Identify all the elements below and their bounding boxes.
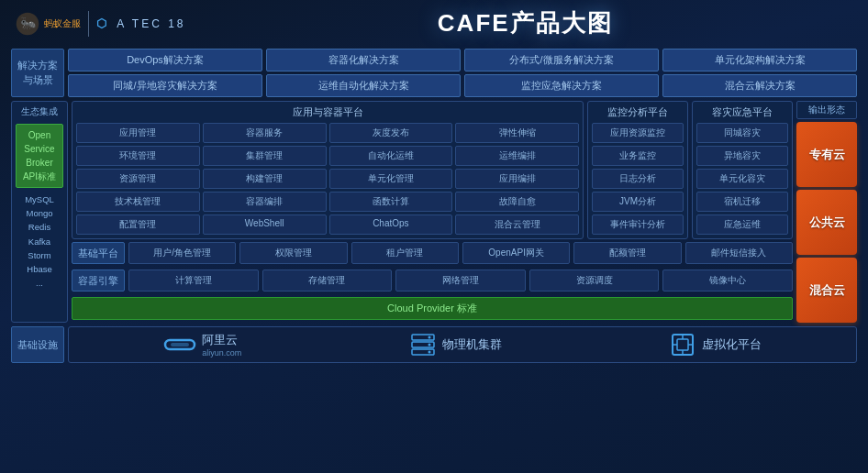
cell-ops-arrange[interactable]: 运维编排 [455, 146, 579, 166]
middle-area: 应用与容器平台 应用管理 容器服务 灰度发布 弹性伸缩 环境管理 集群管理 自动… [72, 101, 793, 323]
monitor-platform: 监控分析平台 应用资源监控 业务监控 日志分析 JVM分析 事件审计分析 [587, 101, 688, 239]
infra-virtual: 虚拟化平台 [669, 331, 762, 358]
solution-disaster[interactable]: 同城/异地容灾解决方案 [68, 74, 262, 97]
cell-auto-ops[interactable]: 自动化运维 [329, 146, 453, 166]
cell-function[interactable]: 函数计算 [329, 192, 453, 212]
ecosystem-title: 生态集成 [16, 105, 63, 118]
base-platform-label: 基础平台 [72, 242, 125, 264]
cell-resource-manage[interactable]: 资源管理 [76, 169, 200, 189]
infra-physical: 物理机集群 [409, 331, 502, 358]
db-storm: Storm [16, 248, 63, 262]
base-platform-row: 基础平台 用户/角色管理 权限管理 租户管理 OpenAPI网关 配额管理 邮件… [72, 242, 793, 264]
container-engine-items: 计算管理 存储管理 网络管理 资源调度 镜像中心 [128, 270, 793, 292]
open-service-line4: API标准 [18, 170, 61, 183]
logo-area: 🐜 蚂蚁金服 ⬡ A TEC 18 [15, 11, 185, 37]
output-hybrid-cloud[interactable]: 混合云 [796, 258, 857, 323]
db-mongo: Mongo [16, 206, 63, 220]
disaster-emergency[interactable]: 应急运维 [696, 214, 788, 235]
solution-hybrid[interactable]: 混合云解决方案 [662, 74, 857, 97]
base-platform-items: 用户/角色管理 权限管理 租户管理 OpenAPI网关 配额管理 邮件短信接入 [128, 242, 793, 264]
base-openapi[interactable]: OpenAPI网关 [462, 242, 570, 264]
solution-ops[interactable]: 运维自动化解决方案 [266, 74, 461, 97]
base-quota[interactable]: 配额管理 [573, 242, 681, 264]
monitor-app[interactable]: 应用资源监控 [592, 123, 684, 143]
cell-config-manage[interactable]: 配置管理 [76, 214, 200, 235]
cell-fault-recovery[interactable]: 故障自愈 [455, 192, 579, 212]
solution-microservice[interactable]: 分布式/微服务解决方案 [464, 49, 659, 72]
cell-build-manage[interactable]: 构建管理 [203, 169, 327, 189]
platform-section: 生态集成 Open Service Broker API标准 MySQL Mon… [11, 101, 857, 323]
db-kafka: Kafka [16, 235, 63, 248]
solution-unit[interactable]: 单元化架构解决方案 [662, 49, 857, 72]
container-network[interactable]: 网络管理 [395, 270, 526, 292]
monitor-jvm[interactable]: JVM分析 [592, 192, 684, 212]
db-redis: Redis [16, 220, 63, 234]
monitor-title: 监控分析平台 [592, 105, 684, 119]
cell-hybrid-manage[interactable]: 混合云管理 [455, 214, 579, 235]
monitor-log[interactable]: 日志分析 [592, 169, 684, 189]
svg-rect-11 [677, 339, 688, 350]
cell-container-svc[interactable]: 容器服务 [203, 123, 327, 143]
cell-app-arrange[interactable]: 应用编排 [455, 169, 579, 189]
container-storage[interactable]: 存储管理 [262, 270, 393, 292]
cell-tech-stack[interactable]: 技术栈管理 [76, 192, 200, 212]
logo-divider [88, 11, 89, 37]
container-schedule[interactable]: 资源调度 [529, 270, 660, 292]
infra-label: 基础设施 [11, 326, 64, 363]
output-private-cloud[interactable]: 专有云 [796, 122, 857, 187]
cell-chatops[interactable]: ChatOps [329, 214, 453, 235]
output-buttons: 专有云 公共云 混合云 [796, 122, 857, 323]
cell-app-manage[interactable]: 应用管理 [76, 123, 200, 143]
cell-env-manage[interactable]: 环境管理 [76, 146, 200, 166]
container-registry[interactable]: 镜像中心 [662, 270, 793, 292]
svg-point-9 [428, 351, 430, 354]
cell-cluster-manage[interactable]: 集群管理 [203, 146, 327, 166]
svg-text:🐜: 🐜 [20, 16, 37, 31]
solution-devops[interactable]: DevOps解决方案 [68, 49, 262, 72]
virtual-icon [669, 331, 696, 358]
container-engine-row: 容器引擎 计算管理 存储管理 网络管理 资源调度 镜像中心 [72, 270, 793, 292]
cell-elastic[interactable]: 弹性伸缩 [455, 123, 579, 143]
monitor-event[interactable]: 事件审计分析 [592, 214, 684, 235]
output-public-cloud[interactable]: 公共云 [796, 190, 857, 255]
physical-label: 物理机集群 [442, 336, 502, 353]
cell-container-arrange[interactable]: 容器编排 [203, 192, 327, 212]
monitor-biz[interactable]: 业务监控 [592, 146, 684, 166]
base-sms[interactable]: 邮件短信接入 [685, 242, 793, 264]
main-content: 解决方案与场景 DevOps解决方案 容器化解决方案 分布式/微服务解决方案 单… [0, 47, 868, 367]
cloud-provider-bar: Cloud Provider 标准 [72, 297, 793, 320]
base-user-role[interactable]: 用户/角色管理 [128, 242, 236, 264]
solution-row: 解决方案与场景 DevOps解决方案 容器化解决方案 分布式/微服务解决方案 单… [11, 49, 857, 97]
cell-gray-release[interactable]: 灰度发布 [329, 123, 453, 143]
atec-logo: ⬡ A TEC 18 [96, 16, 185, 30]
open-service-box: Open Service Broker API标准 [16, 124, 63, 188]
ant-financial-logo: 🐜 蚂蚁金服 [15, 11, 81, 37]
app-platform-grid: 应用管理 容器服务 灰度发布 弹性伸缩 环境管理 集群管理 自动化运维 运维编排… [76, 123, 579, 235]
solution-monitor[interactable]: 监控应急解决方案 [464, 74, 659, 97]
infra-row: 基础设施 阿里云 aliyun.com [11, 326, 857, 363]
top-platforms: 应用与容器平台 应用管理 容器服务 灰度发布 弹性伸缩 环境管理 集群管理 自动… [72, 101, 793, 239]
svg-point-8 [428, 344, 430, 346]
cell-webshell[interactable]: WebShell [203, 214, 327, 235]
disaster-unit[interactable]: 单元化容灾 [696, 169, 788, 189]
disaster-title: 容灾应急平台 [696, 105, 788, 119]
disaster-migrate[interactable]: 宿机迁移 [696, 192, 788, 212]
solution-row2: 同城/异地容灾解决方案 运维自动化解决方案 监控应急解决方案 混合云解决方案 [68, 74, 857, 97]
solution-container[interactable]: 容器化解决方案 [266, 49, 461, 72]
infra-items: 阿里云 aliyun.com 物理机集群 [68, 326, 857, 363]
virtual-label: 虚拟化平台 [702, 336, 762, 353]
container-compute[interactable]: 计算管理 [128, 270, 259, 292]
disaster-city[interactable]: 同城容灾 [696, 123, 788, 143]
disaster-remote[interactable]: 异地容灾 [696, 146, 788, 166]
base-permission[interactable]: 权限管理 [239, 242, 347, 264]
ecosystem-panel: 生态集成 Open Service Broker API标准 MySQL Mon… [11, 101, 68, 323]
solution-items: DevOps解决方案 容器化解决方案 分布式/微服务解决方案 单元化架构解决方案… [68, 49, 857, 97]
disaster-platform: 容灾应急平台 同城容灾 异地容灾 单元化容灾 宿机迁移 应急运维 [692, 101, 793, 239]
cell-unit-manage[interactable]: 单元化管理 [329, 169, 453, 189]
base-tenant[interactable]: 租户管理 [351, 242, 459, 264]
aliyun-svg [163, 333, 196, 357]
monitor-grid: 应用资源监控 业务监控 日志分析 JVM分析 事件审计分析 [592, 123, 684, 235]
page-title: CAFE产品大图 [196, 7, 853, 39]
header: 🐜 蚂蚁金服 ⬡ A TEC 18 CAFE产品大图 [0, 0, 868, 47]
open-service-line1: Open [18, 128, 61, 142]
